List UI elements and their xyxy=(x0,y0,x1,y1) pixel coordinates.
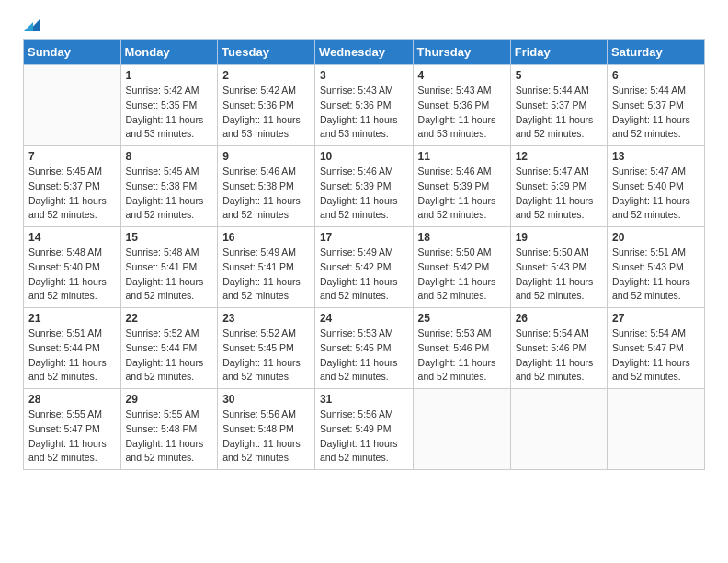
day-info: Sunrise: 5:55 AMSunset: 5:47 PMDaylight:… xyxy=(28,408,116,465)
sunrise-text: Sunrise: 5:54 AM xyxy=(612,327,686,339)
sunrise-text: Sunrise: 5:53 AM xyxy=(418,327,492,339)
sunset-text: Sunset: 5:48 PM xyxy=(222,423,294,434)
sunset-text: Sunset: 5:43 PM xyxy=(516,261,587,272)
daylight-line2: and 52 minutes. xyxy=(612,209,681,220)
sunset-text: Sunset: 5:39 PM xyxy=(516,180,587,191)
daylight-line1: Daylight: 11 hours xyxy=(28,195,107,206)
sunrise-text: Sunrise: 5:49 AM xyxy=(222,247,296,258)
table-row: 9Sunrise: 5:46 AMSunset: 5:38 PMDaylight… xyxy=(218,146,315,227)
sunrise-text: Sunrise: 5:47 AM xyxy=(612,166,686,177)
sunset-text: Sunset: 5:44 PM xyxy=(126,342,198,353)
table-row xyxy=(608,389,705,470)
daylight-line2: and 52 minutes. xyxy=(126,371,195,382)
sunrise-text: Sunrise: 5:43 AM xyxy=(418,85,492,96)
daylight-line1: Daylight: 11 hours xyxy=(516,195,594,206)
day-number: 6 xyxy=(612,69,700,82)
sunrise-text: Sunrise: 5:46 AM xyxy=(222,166,296,177)
table-row: 23Sunrise: 5:52 AMSunset: 5:45 PMDayligh… xyxy=(218,308,315,389)
col-tuesday: Tuesday xyxy=(218,40,315,65)
table-row: 5Sunrise: 5:44 AMSunset: 5:37 PMDaylight… xyxy=(510,65,607,146)
table-row: 27Sunrise: 5:54 AMSunset: 5:47 PMDayligh… xyxy=(608,308,705,389)
sunset-text: Sunset: 5:37 PM xyxy=(516,99,587,110)
col-monday: Monday xyxy=(120,40,218,65)
sunrise-text: Sunrise: 5:48 AM xyxy=(126,247,199,258)
table-row xyxy=(24,65,121,146)
daylight-line2: and 53 minutes. xyxy=(418,128,487,139)
day-number: 8 xyxy=(126,150,213,163)
day-number: 16 xyxy=(222,231,310,244)
sunset-text: Sunset: 5:37 PM xyxy=(612,99,684,110)
table-row: 29Sunrise: 5:55 AMSunset: 5:48 PMDayligh… xyxy=(120,389,218,470)
table-row: 20Sunrise: 5:51 AMSunset: 5:43 PMDayligh… xyxy=(608,227,705,308)
sunrise-text: Sunrise: 5:49 AM xyxy=(320,247,393,258)
sunrise-text: Sunrise: 5:45 AM xyxy=(126,166,199,177)
table-row: 10Sunrise: 5:46 AMSunset: 5:39 PMDayligh… xyxy=(314,146,413,227)
table-row: 18Sunrise: 5:50 AMSunset: 5:42 PMDayligh… xyxy=(413,227,510,308)
sunset-text: Sunset: 5:36 PM xyxy=(320,99,392,110)
sunset-text: Sunset: 5:39 PM xyxy=(320,180,392,191)
sunset-text: Sunset: 5:42 PM xyxy=(418,261,490,272)
table-row: 1Sunrise: 5:42 AMSunset: 5:35 PMDaylight… xyxy=(120,65,218,146)
table-row: 11Sunrise: 5:46 AMSunset: 5:39 PMDayligh… xyxy=(413,146,510,227)
daylight-line1: Daylight: 11 hours xyxy=(222,438,301,449)
daylight-line1: Daylight: 11 hours xyxy=(320,276,398,287)
day-info: Sunrise: 5:49 AMSunset: 5:42 PMDaylight:… xyxy=(320,246,408,304)
sunset-text: Sunset: 5:37 PM xyxy=(28,180,100,191)
daylight-line1: Daylight: 11 hours xyxy=(126,276,204,287)
table-row: 30Sunrise: 5:56 AMSunset: 5:48 PMDayligh… xyxy=(218,389,315,470)
sunrise-text: Sunrise: 5:55 AM xyxy=(28,408,102,419)
daylight-line1: Daylight: 11 hours xyxy=(612,357,690,368)
sunrise-text: Sunrise: 5:53 AM xyxy=(320,327,393,339)
day-number: 22 xyxy=(126,312,213,325)
daylight-line2: and 52 minutes. xyxy=(418,290,487,301)
calendar-table: Sunday Monday Tuesday Wednesday Thursday… xyxy=(23,39,705,470)
day-number: 20 xyxy=(612,231,700,244)
logo xyxy=(23,18,40,29)
sunrise-text: Sunrise: 5:46 AM xyxy=(320,166,393,177)
logo-bird-icon xyxy=(24,18,40,33)
table-row: 21Sunrise: 5:51 AMSunset: 5:44 PMDayligh… xyxy=(24,308,121,389)
sunset-text: Sunset: 5:46 PM xyxy=(516,342,587,353)
day-info: Sunrise: 5:56 AMSunset: 5:49 PMDaylight:… xyxy=(320,408,408,465)
col-thursday: Thursday xyxy=(413,40,510,65)
table-row: 22Sunrise: 5:52 AMSunset: 5:44 PMDayligh… xyxy=(120,308,218,389)
sunrise-text: Sunrise: 5:42 AM xyxy=(222,85,296,96)
sunset-text: Sunset: 5:36 PM xyxy=(222,99,294,110)
day-number: 17 xyxy=(320,231,408,244)
daylight-line2: and 52 minutes. xyxy=(418,371,487,382)
table-row: 28Sunrise: 5:55 AMSunset: 5:47 PMDayligh… xyxy=(24,389,121,470)
sunset-text: Sunset: 5:38 PM xyxy=(126,180,198,191)
sunrise-text: Sunrise: 5:50 AM xyxy=(418,247,492,258)
daylight-line1: Daylight: 11 hours xyxy=(126,438,204,449)
daylight-line1: Daylight: 11 hours xyxy=(516,357,594,368)
day-info: Sunrise: 5:46 AMSunset: 5:39 PMDaylight:… xyxy=(418,165,506,223)
sunrise-text: Sunrise: 5:44 AM xyxy=(516,85,589,96)
table-row: 13Sunrise: 5:47 AMSunset: 5:40 PMDayligh… xyxy=(608,146,705,227)
calendar-week-row: 7Sunrise: 5:45 AMSunset: 5:37 PMDaylight… xyxy=(24,146,705,227)
sunrise-text: Sunrise: 5:51 AM xyxy=(612,247,686,258)
daylight-line2: and 52 minutes. xyxy=(222,371,291,382)
daylight-line2: and 52 minutes. xyxy=(612,128,681,139)
daylight-line1: Daylight: 11 hours xyxy=(612,195,690,206)
day-info: Sunrise: 5:44 AMSunset: 5:37 PMDaylight:… xyxy=(612,84,700,142)
sunrise-text: Sunrise: 5:48 AM xyxy=(28,247,102,258)
table-row: 6Sunrise: 5:44 AMSunset: 5:37 PMDaylight… xyxy=(608,65,705,146)
day-number: 30 xyxy=(222,393,310,406)
day-info: Sunrise: 5:45 AMSunset: 5:37 PMDaylight:… xyxy=(28,165,116,223)
table-row: 31Sunrise: 5:56 AMSunset: 5:49 PMDayligh… xyxy=(314,389,413,470)
day-info: Sunrise: 5:52 AMSunset: 5:44 PMDaylight:… xyxy=(126,327,213,385)
day-info: Sunrise: 5:43 AMSunset: 5:36 PMDaylight:… xyxy=(418,84,506,142)
day-number: 2 xyxy=(222,69,310,82)
table-row: 7Sunrise: 5:45 AMSunset: 5:37 PMDaylight… xyxy=(24,146,121,227)
daylight-line1: Daylight: 11 hours xyxy=(222,114,301,125)
daylight-line1: Daylight: 11 hours xyxy=(320,357,398,368)
sunrise-text: Sunrise: 5:44 AM xyxy=(612,85,686,96)
daylight-line1: Daylight: 11 hours xyxy=(28,438,107,449)
day-number: 19 xyxy=(516,231,602,244)
day-number: 25 xyxy=(418,312,506,325)
sunrise-text: Sunrise: 5:51 AM xyxy=(28,327,102,339)
day-number: 3 xyxy=(320,69,408,82)
table-row: 2Sunrise: 5:42 AMSunset: 5:36 PMDaylight… xyxy=(218,65,315,146)
sunrise-text: Sunrise: 5:50 AM xyxy=(516,247,589,258)
sunset-text: Sunset: 5:49 PM xyxy=(320,423,392,434)
